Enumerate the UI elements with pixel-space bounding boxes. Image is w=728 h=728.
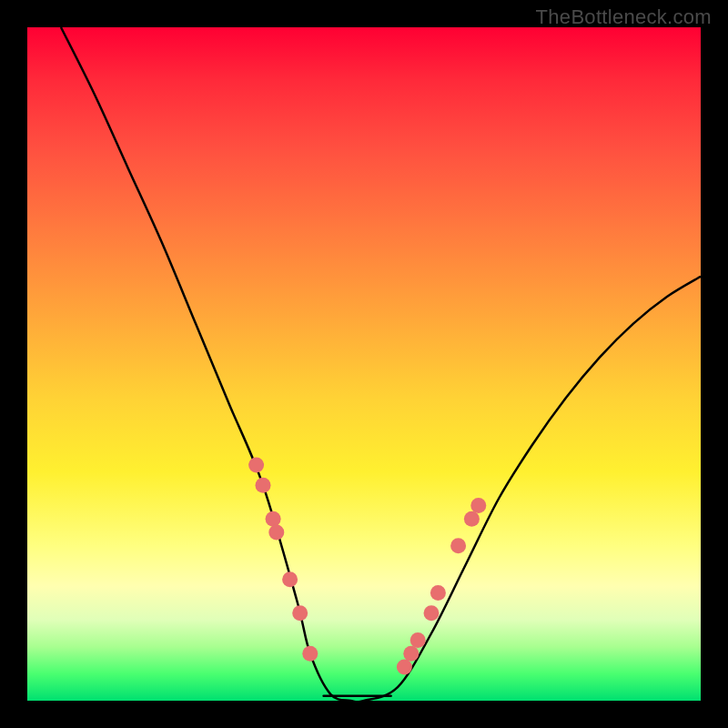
- highlight-dot: [268, 525, 284, 541]
- bottleneck-curve: [61, 27, 701, 702]
- highlight-dots-left: [248, 458, 318, 662]
- highlight-dot: [464, 511, 480, 527]
- chart-frame: TheBottleneck.com: [0, 0, 728, 728]
- watermark-text: TheBottleneck.com: [536, 5, 712, 29]
- highlight-dot: [450, 538, 466, 553]
- highlight-dot: [470, 498, 486, 513]
- highlight-dot: [410, 632, 426, 648]
- highlight-dot: [430, 585, 446, 601]
- highlight-dot: [302, 646, 318, 662]
- highlight-dot: [397, 660, 412, 675]
- highlight-dot: [292, 605, 308, 621]
- curve-svg: [27, 27, 701, 701]
- plot-area: [27, 27, 701, 701]
- highlight-dot: [256, 478, 271, 493]
- highlight-dot: [424, 605, 440, 621]
- highlight-dot: [282, 571, 298, 587]
- highlight-dot: [403, 646, 419, 662]
- highlight-dot: [266, 511, 281, 527]
- highlight-dots-right: [397, 498, 486, 675]
- highlight-dot: [248, 458, 264, 473]
